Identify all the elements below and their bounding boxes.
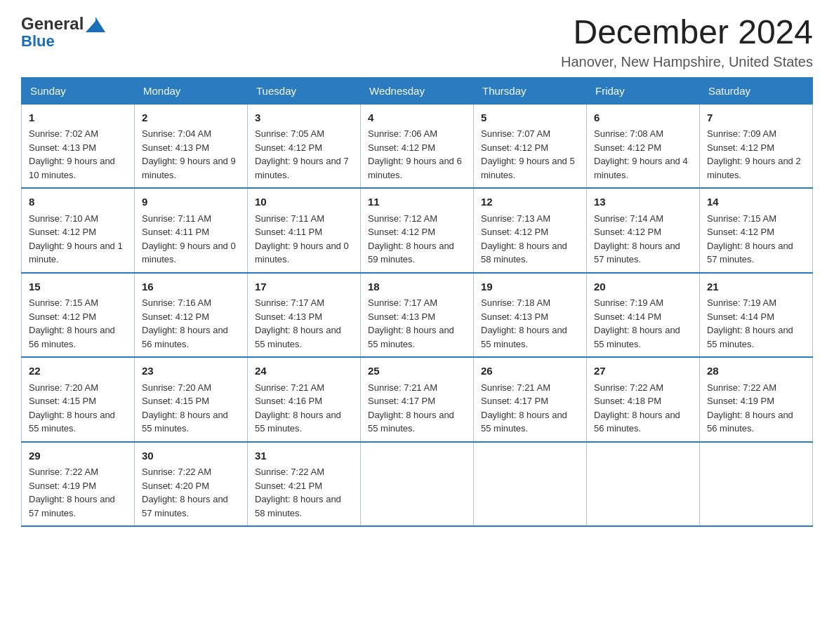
header-wednesday: Wednesday <box>361 77 474 104</box>
daylight-label: Daylight: 9 hours and 1 minute. <box>29 241 123 265</box>
header-thursday: Thursday <box>474 77 587 104</box>
day-number: 19 <box>481 279 579 295</box>
daylight-label: Daylight: 8 hours and 57 minutes. <box>29 494 115 518</box>
page-header: General Blue December 2024 Hanover, New … <box>21 14 813 70</box>
header-tuesday: Tuesday <box>248 77 361 104</box>
svg-marker-1 <box>95 17 105 32</box>
calendar-header: Sunday Monday Tuesday Wednesday Thursday… <box>22 77 813 104</box>
sunset-label: Sunset: 4:12 PM <box>29 227 96 237</box>
daylight-label: Daylight: 8 hours and 57 minutes. <box>707 241 793 265</box>
sunrise-label: Sunrise: 7:10 AM <box>29 213 98 224</box>
sunset-label: Sunset: 4:19 PM <box>707 396 774 406</box>
day-number: 14 <box>707 194 805 210</box>
calendar-cell: 8 Sunrise: 7:10 AM Sunset: 4:12 PM Dayli… <box>22 188 135 273</box>
day-number: 15 <box>29 279 127 295</box>
day-number: 4 <box>368 110 466 126</box>
calendar-cell: 28 Sunrise: 7:22 AM Sunset: 4:19 PM Dayl… <box>700 357 813 442</box>
sunrise-label: Sunrise: 7:05 AM <box>255 128 324 139</box>
day-number: 2 <box>142 110 240 126</box>
calendar-cell: 12 Sunrise: 7:13 AM Sunset: 4:12 PM Dayl… <box>474 188 587 273</box>
day-number: 28 <box>707 363 805 380</box>
sunrise-label: Sunrise: 7:20 AM <box>29 382 98 393</box>
sunrise-label: Sunrise: 7:22 AM <box>142 467 211 477</box>
sunset-label: Sunset: 4:12 PM <box>368 227 435 237</box>
daylight-label: Daylight: 8 hours and 55 minutes. <box>594 325 680 349</box>
sunrise-label: Sunrise: 7:19 AM <box>594 297 663 308</box>
calendar-week-row: 15 Sunrise: 7:15 AM Sunset: 4:12 PM Dayl… <box>22 273 813 358</box>
sunrise-label: Sunrise: 7:12 AM <box>368 213 437 224</box>
sunset-label: Sunset: 4:13 PM <box>255 311 322 322</box>
calendar-cell: 23 Sunrise: 7:20 AM Sunset: 4:15 PM Dayl… <box>135 357 248 442</box>
sunrise-label: Sunrise: 7:11 AM <box>255 213 324 224</box>
daylight-label: Daylight: 8 hours and 55 minutes. <box>29 410 115 434</box>
calendar-cell: 6 Sunrise: 7:08 AM Sunset: 4:12 PM Dayli… <box>587 104 700 188</box>
calendar-cell: 1 Sunrise: 7:02 AM Sunset: 4:13 PM Dayli… <box>22 104 135 188</box>
calendar-cell: 3 Sunrise: 7:05 AM Sunset: 4:12 PM Dayli… <box>248 104 361 188</box>
sunset-label: Sunset: 4:18 PM <box>594 396 661 406</box>
sunrise-label: Sunrise: 7:02 AM <box>29 128 98 139</box>
day-number: 25 <box>368 363 466 380</box>
daylight-label: Daylight: 9 hours and 2 minutes. <box>707 156 801 180</box>
sunset-label: Sunset: 4:12 PM <box>707 142 774 153</box>
calendar-cell: 25 Sunrise: 7:21 AM Sunset: 4:17 PM Dayl… <box>361 357 474 442</box>
calendar-cell: 9 Sunrise: 7:11 AM Sunset: 4:11 PM Dayli… <box>135 188 248 273</box>
daylight-label: Daylight: 8 hours and 55 minutes. <box>481 325 567 349</box>
sunset-label: Sunset: 4:15 PM <box>142 396 209 406</box>
day-number: 17 <box>255 279 353 295</box>
calendar-cell: 5 Sunrise: 7:07 AM Sunset: 4:12 PM Dayli… <box>474 104 587 188</box>
sunset-label: Sunset: 4:12 PM <box>707 227 774 237</box>
sunset-label: Sunset: 4:17 PM <box>481 396 548 406</box>
sunset-label: Sunset: 4:21 PM <box>255 481 322 491</box>
daylight-label: Daylight: 9 hours and 0 minutes. <box>142 241 236 265</box>
header-sunday: Sunday <box>22 77 135 104</box>
day-number: 30 <box>142 448 240 464</box>
svg-marker-0 <box>86 21 95 32</box>
daylight-label: Daylight: 9 hours and 4 minutes. <box>594 156 688 180</box>
sunset-label: Sunset: 4:16 PM <box>255 396 322 406</box>
calendar-cell: 24 Sunrise: 7:21 AM Sunset: 4:16 PM Dayl… <box>248 357 361 442</box>
day-number: 11 <box>368 194 466 210</box>
calendar-cell: 18 Sunrise: 7:17 AM Sunset: 4:13 PM Dayl… <box>361 273 474 358</box>
sunrise-label: Sunrise: 7:11 AM <box>142 213 211 224</box>
calendar-week-row: 1 Sunrise: 7:02 AM Sunset: 4:13 PM Dayli… <box>22 104 813 188</box>
daylight-label: Daylight: 8 hours and 56 minutes. <box>142 325 228 349</box>
calendar-cell: 20 Sunrise: 7:19 AM Sunset: 4:14 PM Dayl… <box>587 273 700 358</box>
daylight-label: Daylight: 9 hours and 7 minutes. <box>255 156 349 180</box>
calendar-cell: 15 Sunrise: 7:15 AM Sunset: 4:12 PM Dayl… <box>22 273 135 358</box>
calendar-cell: 31 Sunrise: 7:22 AM Sunset: 4:21 PM Dayl… <box>248 442 361 527</box>
sunrise-label: Sunrise: 7:06 AM <box>368 128 437 139</box>
sunrise-label: Sunrise: 7:22 AM <box>255 467 324 477</box>
sunrise-label: Sunrise: 7:21 AM <box>255 382 324 393</box>
sunrise-label: Sunrise: 7:16 AM <box>142 297 211 308</box>
header-saturday: Saturday <box>700 77 813 104</box>
daylight-label: Daylight: 8 hours and 57 minutes. <box>142 494 228 518</box>
day-number: 7 <box>707 110 805 126</box>
sunset-label: Sunset: 4:12 PM <box>594 227 661 237</box>
sunset-label: Sunset: 4:12 PM <box>368 142 435 153</box>
sunrise-label: Sunrise: 7:15 AM <box>707 213 776 224</box>
day-number: 18 <box>368 279 466 295</box>
sunrise-label: Sunrise: 7:22 AM <box>594 382 663 393</box>
calendar-cell: 22 Sunrise: 7:20 AM Sunset: 4:15 PM Dayl… <box>22 357 135 442</box>
daylight-label: Daylight: 9 hours and 9 minutes. <box>142 156 236 180</box>
day-number: 22 <box>29 363 127 380</box>
day-number: 27 <box>594 363 692 380</box>
calendar-cell: 26 Sunrise: 7:21 AM Sunset: 4:17 PM Dayl… <box>474 357 587 442</box>
calendar-cell <box>587 442 700 527</box>
calendar-body: 1 Sunrise: 7:02 AM Sunset: 4:13 PM Dayli… <box>22 104 813 526</box>
day-number: 5 <box>481 110 579 126</box>
sunset-label: Sunset: 4:11 PM <box>142 227 209 237</box>
logo-blue-text: Blue <box>21 34 55 49</box>
calendar-cell: 10 Sunrise: 7:11 AM Sunset: 4:11 PM Dayl… <box>248 188 361 273</box>
sunrise-label: Sunrise: 7:04 AM <box>142 128 211 139</box>
calendar-cell: 30 Sunrise: 7:22 AM Sunset: 4:20 PM Dayl… <box>135 442 248 527</box>
calendar-subtitle: Hanover, New Hampshire, United States <box>561 54 813 70</box>
sunset-label: Sunset: 4:13 PM <box>142 142 209 153</box>
calendar-table: Sunday Monday Tuesday Wednesday Thursday… <box>21 77 813 528</box>
calendar-cell: 11 Sunrise: 7:12 AM Sunset: 4:12 PM Dayl… <box>361 188 474 273</box>
sunset-label: Sunset: 4:11 PM <box>255 227 322 237</box>
sunrise-label: Sunrise: 7:22 AM <box>707 382 776 393</box>
daylight-label: Daylight: 8 hours and 56 minutes. <box>707 410 793 434</box>
day-number: 29 <box>29 448 127 464</box>
sunset-label: Sunset: 4:14 PM <box>707 311 774 322</box>
